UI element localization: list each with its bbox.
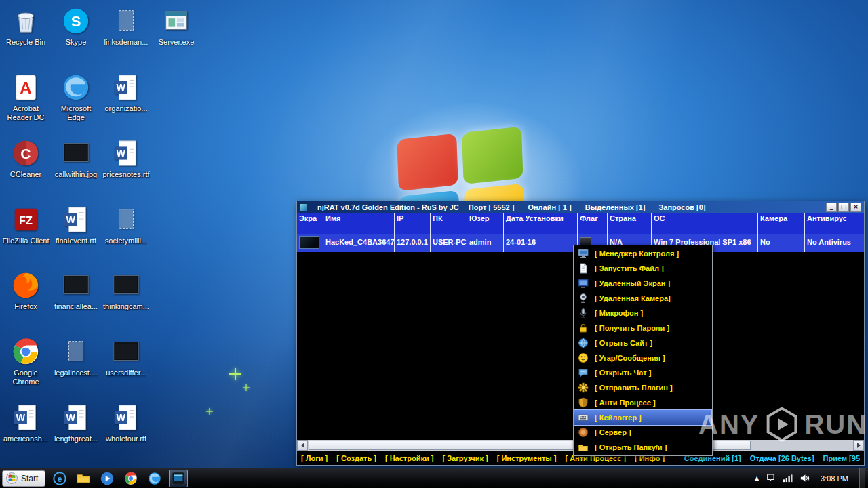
- show-hidden-icons-button[interactable]: ▲: [755, 475, 759, 481]
- footer-button-создать[interactable]: [ Создать ]: [336, 454, 376, 462]
- column-header-экра[interactable]: Экра: [297, 214, 323, 234]
- desktop-icon-callwithin-jpg[interactable]: callwithin.jpg: [52, 138, 100, 201]
- footer-button-настройки[interactable]: [ Настройки ]: [385, 454, 433, 462]
- desktop-icon-ccleaner[interactable]: CCCleaner: [1, 138, 50, 201]
- taskbar-button-google-chrome[interactable]: [121, 470, 140, 487]
- taskbar-button-internet-explorer[interactable]: e: [50, 470, 69, 487]
- desktop-icon-acrobat-reader-dc[interactable]: AAcrobat Reader DC: [1, 72, 50, 136]
- desktop-icon-organizatio[interactable]: Worganizatio...: [102, 72, 151, 136]
- taskbar-button-windows-explorer[interactable]: [74, 470, 93, 487]
- taskbar-button-microsoft-edge[interactable]: [145, 470, 164, 487]
- desktop-icon-filezilla-client[interactable]: FZFileZilla Client: [1, 204, 50, 268]
- desktop-icon-google-chrome[interactable]: Google Chrome: [1, 336, 50, 400]
- menu-item-угар-сообщения[interactable]: [ Угар/Сообщения ]: [574, 350, 711, 365]
- column-header-ос[interactable]: ОС: [652, 214, 758, 234]
- row-cell-10[interactable]: No Antivirus: [805, 234, 864, 252]
- ghost-doc-icon: [60, 336, 92, 367]
- row-cell-5[interactable]: 24-01-16: [504, 234, 578, 252]
- njrat-titlebar[interactable]: njRAT v0.7d Golden Edition - RuS by JC П…: [297, 201, 864, 214]
- desktop-icon-label: Skype: [66, 38, 87, 47]
- menu-item-отрыть-сайт[interactable]: [ Отрыть Сайт ]: [574, 336, 711, 350]
- svg-text:e: e: [58, 474, 62, 483]
- footer-button-загрузчик[interactable]: [ Загрузчик ]: [442, 454, 488, 462]
- desktop-icon-server-exe[interactable]: Server.exe: [152, 5, 201, 69]
- desktop-icon-legalincest[interactable]: legalincest....: [52, 336, 100, 400]
- column-header-пк[interactable]: ПК: [431, 214, 467, 234]
- row-cell-4[interactable]: admin: [467, 234, 504, 252]
- menu-item-открыть-чат[interactable]: [ Открыть Чат ]: [574, 365, 711, 380]
- footer-stat-отдача-26-bytes: Отдача [26 Bytes]: [750, 454, 814, 462]
- desktop-icon-recycle-bin[interactable]: Recycle Bin: [1, 5, 50, 69]
- start-button[interactable]: Start: [2, 470, 45, 487]
- control-manager-icon: [578, 248, 589, 259]
- svg-text:W: W: [117, 148, 126, 159]
- filezilla-icon: FZ: [10, 204, 41, 235]
- desktop-icon-firefox[interactable]: Firefox: [1, 270, 50, 333]
- column-header-ip[interactable]: IP: [395, 214, 431, 234]
- column-header-камера[interactable]: Камера: [758, 214, 805, 234]
- desktop-icon-skype[interactable]: SSkype: [52, 5, 100, 69]
- desktop-icon-label: organizatio...: [105, 104, 148, 113]
- scroll-left-button[interactable]: [297, 440, 308, 451]
- maximize-button[interactable]: □: [838, 203, 849, 212]
- desktop-icon-label: legalincest....: [54, 369, 98, 378]
- server-window-icon: [161, 5, 192, 37]
- menu-item-микрофон[interactable]: [ Микрофон ]: [574, 306, 711, 321]
- close-button[interactable]: ×: [850, 203, 861, 212]
- network-icon[interactable]: [783, 473, 793, 483]
- row-cell-3[interactable]: USER-PC: [431, 234, 467, 252]
- menu-item-открыть-папку-и[interactable]: [ Открыть Папку/и ]: [574, 440, 711, 455]
- desktop-icon-thinkingcam[interactable]: thinkingcam...: [102, 270, 151, 333]
- taskbar-clock[interactable]: 3:08 PM: [816, 474, 852, 483]
- title-stat: Онлайн [ 1 ]: [528, 203, 571, 211]
- desktop-icon-linksdeman[interactable]: linksdeman...: [102, 5, 151, 69]
- menu-item-удал-нный-экран[interactable]: [ Удалённый Экран ]: [574, 276, 711, 291]
- row-cell-1[interactable]: HacKed_C4BA3647: [323, 234, 395, 252]
- desktop-icon-americansh[interactable]: Wamericansh...: [1, 402, 50, 466]
- desktop-icon-usersdiffer[interactable]: usersdiffer...: [102, 336, 151, 400]
- desktop-icon-microsoft-edge[interactable]: Microsoft Edge: [52, 72, 100, 136]
- column-header-флаг[interactable]: Флаг: [578, 214, 608, 234]
- column-header-антивирус[interactable]: Антивирус: [805, 214, 864, 234]
- column-header-имя[interactable]: Имя: [323, 214, 395, 234]
- show-desktop-button[interactable]: [859, 468, 865, 488]
- footer-button-логи[interactable]: [ Логи ]: [301, 454, 328, 462]
- menu-item-label: [ Открыть Папку/и ]: [595, 443, 667, 451]
- menu-item-анти-процесс[interactable]: [ Анти Процесс ]: [574, 395, 711, 410]
- desktop-icon-societymilli[interactable]: societymilli...: [102, 204, 151, 268]
- menu-item-сервер[interactable]: [ Сервер ]: [574, 425, 711, 440]
- menu-item-получить-пароли[interactable]: [ Получить Пароли ]: [574, 321, 711, 336]
- column-header-дата-установки[interactable]: Дата Установки: [504, 214, 578, 234]
- menu-item-удал-нная-камера[interactable]: [ Удалённая Камера]: [574, 291, 711, 306]
- menu-item-менеджер-контроля[interactable]: [ Менеджер Контроля ]: [574, 246, 711, 261]
- menu-item-отправить-плагин[interactable]: [ Отправить Плагин ]: [574, 380, 711, 395]
- row-cell-9[interactable]: No: [758, 234, 805, 252]
- desktop-icon-finalevent-rtf[interactable]: Wfinalevent.rtf: [52, 204, 100, 268]
- menu-item-label: [ Микрофон ]: [595, 309, 643, 317]
- taskbar: Start e ▲ 3:08 PM: [0, 468, 868, 488]
- action-center-icon[interactable]: [766, 473, 776, 483]
- row-cell-0[interactable]: [297, 234, 323, 252]
- column-header-юзер[interactable]: Юзер: [467, 214, 504, 234]
- desktop-icon-wholefour-rtf[interactable]: Wwholefour.rtf: [102, 402, 151, 466]
- menu-item-кейлоггер[interactable]: [ Кейлоггер ]: [574, 410, 711, 425]
- desktop-icon-pricesnotes-rtf[interactable]: Wpricesnotes.rtf: [102, 138, 151, 201]
- run-file-icon: [578, 263, 589, 274]
- taskbar-button-media-player[interactable]: [98, 470, 117, 487]
- footer-button-инструменты[interactable]: [ Инструменты ]: [497, 454, 557, 462]
- volume-icon[interactable]: [800, 473, 810, 483]
- desktop-icon-label: pricesnotes.rtf: [102, 170, 149, 179]
- menu-item-запустить-файл[interactable]: [ Запустить Файл ]: [574, 261, 711, 276]
- minimize-button[interactable]: _: [826, 203, 837, 212]
- column-header-страна[interactable]: Страна: [608, 214, 652, 234]
- desktop-icon-lengthgreat[interactable]: Wlengthgreat...: [52, 402, 100, 466]
- menu-item-label: [ Отправить Плагин ]: [595, 384, 673, 392]
- desktop-icon-financiallea[interactable]: financiallea...: [52, 270, 100, 333]
- window-controls: _□×: [826, 203, 861, 212]
- scroll-right-button[interactable]: [853, 440, 864, 451]
- row-cell-2[interactable]: 127.0.0.1: [395, 234, 431, 252]
- desktop-icons: Recycle BinSSkypelinksdeman...Server.exe…: [0, 0, 210, 468]
- scroll-left-arrow-icon: [301, 443, 304, 448]
- menu-item-label: [ Угар/Сообщения ]: [595, 354, 665, 362]
- taskbar-button-njrat[interactable]: [169, 470, 188, 487]
